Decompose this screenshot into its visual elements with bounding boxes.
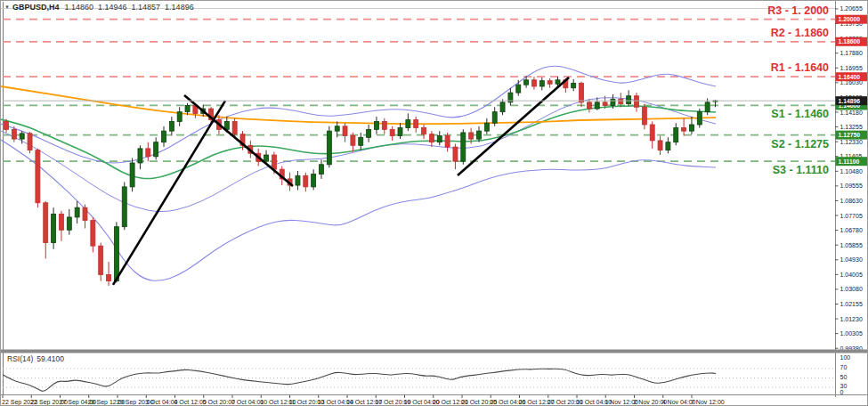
candle-bullish (130, 163, 134, 187)
candle-bearish (580, 83, 584, 102)
candle-bearish (12, 129, 16, 139)
candle-bearish (658, 141, 662, 150)
candle-bullish (67, 217, 71, 230)
candle-bullish (264, 155, 269, 161)
candle-bearish (429, 134, 434, 142)
price-tick-label: 1.14180 (840, 110, 863, 116)
candle-bearish (59, 214, 63, 230)
candle-bearish (272, 155, 276, 169)
candle-bullish (374, 121, 378, 129)
candle-bullish (524, 80, 529, 85)
price-tick-label: 1.06780 (840, 227, 863, 233)
candle-bearish (642, 107, 646, 125)
candle-bullish (154, 142, 158, 157)
candle-bearish (619, 99, 623, 103)
candle-bullish (484, 123, 489, 131)
candle-bullish (437, 136, 442, 142)
price-tick-label: 1.05855 (840, 242, 863, 248)
candle-bullish (492, 112, 497, 124)
candle-bullish (185, 105, 190, 111)
candle-bearish (83, 207, 87, 220)
price-tick-label: 1.13255 (840, 124, 863, 130)
level-label-s2: S2 - 1.1275 (771, 138, 829, 150)
candle-bearish (107, 274, 111, 280)
price-tick-label: 1.10480 (840, 168, 863, 175)
price-tick-label: 1.00305 (840, 330, 863, 337)
bollinger-upper-band-line[interactable] (1, 66, 716, 163)
candle-bearish (44, 203, 48, 243)
candle-bullish (627, 96, 631, 104)
quote-open: 1.14860 (64, 3, 93, 12)
candle-bullish (327, 131, 331, 165)
mt4-chart-window: ▼GBPUSD,H41.148601.149461.148571.14896 R… (0, 0, 868, 406)
level-label-s1: S1 - 1.1460 (771, 108, 829, 120)
candle-bearish (469, 133, 474, 139)
time-tick-label: 7 Nov 12:00 (691, 399, 725, 405)
price-tag-r3-text: 1.20000 (839, 16, 861, 22)
symbol-dropdown-icon[interactable]: ▼ (4, 4, 10, 10)
price-tag-r1-text: 1.16400 (839, 74, 861, 80)
time-tick-label: 5 Oct 20:00 (203, 399, 235, 405)
candle-bullish (705, 102, 710, 112)
candle-bullish (461, 133, 466, 161)
candle-bullish (177, 112, 182, 122)
price-tick-label: 1.02155 (840, 301, 863, 307)
candle-bullish (666, 142, 670, 150)
candle-bullish (595, 102, 599, 109)
candle-bullish (674, 128, 678, 142)
candle-bearish (304, 175, 308, 187)
candle-bullish (296, 175, 300, 185)
candle-bullish (114, 227, 118, 281)
price-tag-s3-text: 1.11100 (839, 158, 860, 165)
candle-bullish (169, 121, 174, 131)
candle-bearish (531, 80, 536, 86)
rsi-axis-label-0: 0 (840, 389, 844, 395)
candle-bullish (20, 134, 24, 139)
pane-separator[interactable] (1, 350, 868, 353)
current-price-tag-text: 1.14896 (839, 98, 861, 104)
candle-bullish (516, 85, 521, 93)
rsi-axis-label-70: 70 (840, 364, 848, 370)
candle-bullish (367, 129, 371, 137)
candle-bearish (99, 246, 103, 274)
rsi-axis-label-50: 50 (840, 374, 848, 380)
price-tick-label: 1.16955 (840, 65, 863, 71)
rsi-value: 59.4100 (37, 354, 64, 363)
chart-title: ▼GBPUSD,H41.148601.149461.148571.14896 (4, 3, 199, 12)
candle-bullish (406, 120, 410, 128)
candle-bullish (122, 187, 126, 227)
price-tick-label: 1.20655 (840, 5, 863, 12)
price-tick-label: 1.07705 (840, 213, 863, 219)
time-tick-label: 3 Oct 04:00 (145, 399, 177, 405)
candle-bearish (343, 126, 347, 136)
candle-bullish (335, 126, 339, 131)
candle-bullish (500, 102, 505, 112)
candle-bearish (4, 121, 9, 129)
candle-bearish (650, 125, 654, 141)
candle-bearish (422, 128, 426, 134)
candle-bullish (138, 149, 142, 163)
candle-bearish (414, 120, 418, 128)
candle-bearish (445, 136, 450, 148)
time-tick-label: 4 Oct 12:00 (174, 399, 207, 405)
chart-canvas[interactable]: 1.206551.197301.188051.178801.169551.160… (1, 1, 868, 406)
level-label-s3: S3 - 1.1110 (773, 164, 829, 176)
candle-bullish (312, 175, 316, 187)
candle-bullish (539, 81, 544, 86)
candle-bearish (146, 149, 150, 157)
quote-close: 1.14896 (165, 3, 194, 12)
candle-bearish (36, 150, 40, 203)
level-label-r2: R2 - 1.1860 (771, 27, 829, 39)
candle-bearish (382, 121, 386, 129)
rsi-name: RSI(14) (7, 354, 33, 363)
candle-bearish (453, 147, 458, 161)
price-tag-s2-text: 1.12750 (839, 132, 861, 138)
price-tick-label: 1.12330 (840, 139, 863, 145)
candles-layer (4, 76, 718, 286)
level-label-r3: R3 - 1. 2000 (767, 4, 829, 17)
bollinger-middle-band-line[interactable] (1, 98, 716, 212)
candle-bullish (398, 128, 402, 136)
rsi-indicator-label: RSI(14)59.4100 (7, 354, 64, 363)
candle-bearish (28, 134, 32, 150)
candle-bearish (587, 102, 591, 109)
